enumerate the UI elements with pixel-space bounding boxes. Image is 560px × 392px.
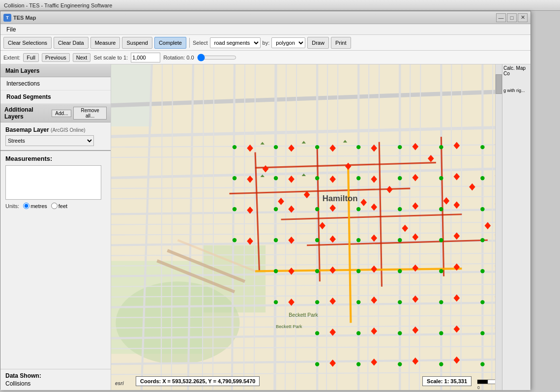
data-shown-header: Data Shown:: [5, 372, 106, 379]
remove-layer-button[interactable]: Remove all...: [73, 107, 107, 120]
clear-selections-button[interactable]: Clear Selections: [3, 37, 52, 49]
metres-radio[interactable]: [23, 203, 29, 209]
app-title-bar: Collision - TES - Traffic Engineering So…: [0, 0, 560, 11]
svg-point-76: [356, 176, 360, 180]
polygon-dropdown[interactable]: polygon: [271, 37, 305, 48]
basemap-label: Basemap Layer (ArcGIS Online): [5, 126, 106, 133]
add-layer-button[interactable]: Add...: [52, 110, 71, 117]
coords-text: Coords: X = 593,532.2625, Y = 4,790,599.…: [140, 378, 255, 384]
full-button[interactable]: Full: [23, 53, 39, 62]
svg-point-79: [480, 176, 484, 180]
data-shown-value: Collisions: [5, 380, 106, 387]
toolbar: Clear Selections Clear Data Measure Susp…: [0, 35, 531, 51]
svg-text:Beckett Park: Beckett Park: [289, 312, 318, 318]
file-menu[interactable]: File: [2, 25, 20, 34]
clear-data-button[interactable]: Clear Data: [54, 37, 88, 49]
feet-label: feet: [59, 203, 67, 209]
suspend-button[interactable]: Suspend: [122, 37, 152, 49]
app-title-left: Collision - TES - Traffic Engineering So…: [4, 2, 112, 8]
svg-point-89: [274, 238, 278, 242]
svg-point-67: [274, 145, 278, 149]
svg-point-84: [356, 207, 360, 211]
window-controls[interactable]: — □ ✕: [496, 13, 528, 22]
svg-point-103: [356, 300, 360, 304]
window-title-bar: T TES Map — □ ✕: [0, 11, 531, 24]
road-segments-dropdown[interactable]: road segments: [210, 37, 261, 48]
svg-point-91: [356, 238, 360, 242]
svg-point-75: [315, 176, 319, 180]
svg-point-111: [480, 331, 484, 335]
svg-point-98: [398, 269, 402, 273]
svg-point-69: [356, 145, 360, 149]
map-scrollbar[interactable]: [495, 64, 502, 390]
esri-logo: esri: [115, 381, 124, 386]
svg-point-110: [439, 331, 443, 335]
scale-text: Scale: 1: 35,331: [427, 378, 467, 384]
metres-radio-label[interactable]: metres: [23, 203, 47, 209]
svg-point-66: [233, 145, 236, 149]
next-button[interactable]: Next: [73, 53, 91, 62]
svg-point-85: [398, 207, 402, 211]
basemap-section: Basemap Layer (ArcGIS Online) Streets: [0, 122, 111, 150]
map-area[interactable]: Hamilton Beckett Park Beckett Park Mount…: [111, 64, 531, 390]
left-panel: Main Layers Intersections Road Segments …: [0, 64, 111, 390]
svg-point-74: [274, 176, 278, 180]
svg-point-82: [274, 207, 278, 211]
svg-point-73: [233, 176, 236, 180]
scale-bar: Scale: 1: 35,331: [422, 376, 472, 386]
svg-point-102: [315, 300, 319, 304]
toolbar-separator-1: [189, 38, 190, 48]
rotation-label: Rotation: 0.0: [163, 55, 194, 60]
select-label: Select: [193, 40, 208, 46]
feet-radio[interactable]: [51, 203, 58, 209]
menu-bar: File: [0, 24, 531, 35]
metres-label: metres: [30, 203, 47, 209]
svg-point-101: [274, 300, 278, 304]
scroll-thumb[interactable]: [496, 74, 502, 94]
app-title-text: Collision - TES - Traffic Engineering So…: [4, 2, 112, 8]
svg-point-90: [315, 238, 319, 242]
intersections-layer[interactable]: Intersections: [0, 77, 111, 90]
svg-text:Hamilton: Hamilton: [323, 194, 358, 203]
rotation-slider[interactable]: [197, 54, 236, 61]
basemap-select[interactable]: Streets: [5, 135, 94, 146]
additional-layers-header: Additional Layers Add... Remove all...: [0, 104, 111, 122]
measurements-header: Measurements:: [5, 155, 106, 162]
svg-point-70: [398, 145, 402, 149]
main-window: T TES Map — □ ✕ File Clear Selections Cl…: [0, 11, 531, 390]
print-button[interactable]: Print: [331, 37, 351, 49]
action-text: Calc. Map Co: [502, 64, 531, 77]
svg-point-92: [398, 238, 402, 242]
measure-button[interactable]: Measure: [90, 37, 120, 49]
svg-point-108: [356, 331, 360, 335]
units-label: Units:: [5, 203, 19, 209]
svg-point-112: [315, 362, 319, 366]
close-button[interactable]: ✕: [518, 13, 528, 22]
svg-point-100: [480, 269, 484, 273]
svg-point-96: [315, 269, 319, 273]
coords-bar: Coords: X = 593,532.2625, Y = 4,790,599.…: [136, 376, 260, 386]
svg-point-3: [116, 281, 239, 364]
svg-point-114: [398, 362, 402, 366]
additional-layers-label: Additional Layers: [4, 106, 50, 120]
svg-point-105: [439, 300, 443, 304]
window-title: TES Map: [13, 15, 36, 21]
svg-text:Beckett Park: Beckett Park: [276, 324, 302, 329]
svg-point-109: [398, 331, 402, 335]
scale-input[interactable]: [131, 53, 160, 62]
road-segments-layer[interactable]: Road Segments: [0, 90, 111, 104]
draw-button[interactable]: Draw: [307, 37, 329, 49]
maximize-button[interactable]: □: [507, 13, 517, 22]
feet-radio-label[interactable]: feet: [51, 203, 67, 209]
svg-point-71: [439, 145, 443, 149]
minimize-button[interactable]: —: [496, 13, 506, 22]
svg-point-116: [480, 362, 484, 366]
previous-button[interactable]: Previous: [42, 53, 70, 62]
svg-point-87: [480, 207, 484, 211]
extent-label: Extent:: [3, 55, 20, 60]
complete-button[interactable]: Complete: [154, 37, 186, 49]
svg-point-106: [480, 300, 484, 304]
svg-point-86: [439, 207, 443, 211]
svg-point-95: [274, 269, 278, 273]
right-panel-text: g with rig...: [502, 87, 531, 94]
